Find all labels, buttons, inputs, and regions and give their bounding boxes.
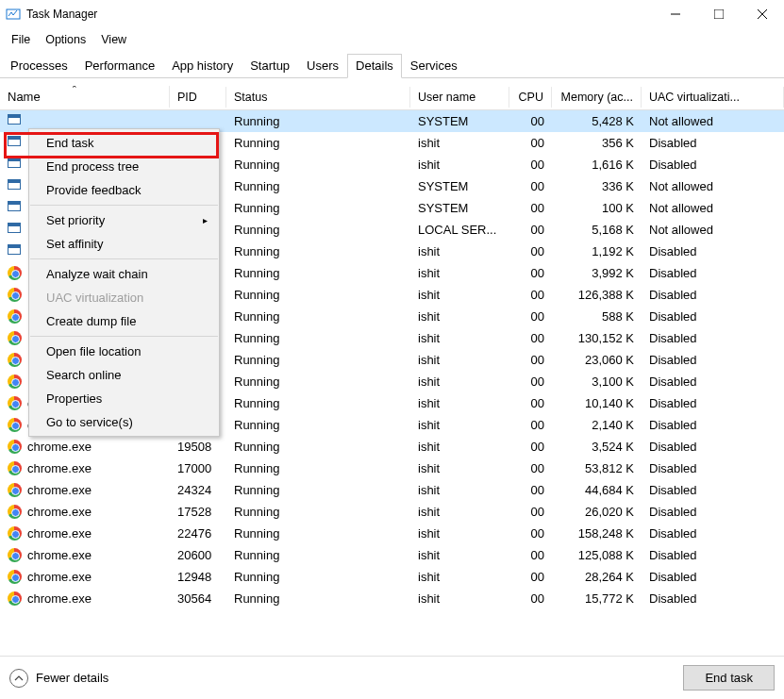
- ctx-end-task[interactable]: End task: [29, 131, 219, 155]
- column-uac[interactable]: UAC virtualizati...: [642, 87, 784, 108]
- cell-uac: Not allowed: [642, 221, 784, 239]
- process-name: chrome.exe: [27, 483, 92, 497]
- cell-status: Running: [226, 177, 410, 195]
- ctx-analyze-wait-chain[interactable]: Analyze wait chain: [29, 262, 219, 286]
- cell-memory: 2,140 K: [552, 416, 642, 434]
- table-header: Name⌃ PID Status User name CPU Memory (a…: [0, 84, 784, 110]
- table-row[interactable]: chrome.exe20600Runningishit00125,088 KDi…: [0, 544, 784, 566]
- cell-status: Running: [226, 308, 410, 325]
- cell-user: ishit: [410, 524, 509, 542]
- tab-startup[interactable]: Startup: [242, 54, 298, 78]
- cell-status: Running: [226, 438, 410, 456]
- cell-name: chrome.exe: [0, 568, 170, 587]
- cell-status: Running: [226, 416, 410, 434]
- cell-user: ishit: [410, 546, 509, 564]
- ctx-create-dump-file[interactable]: Create dump file: [29, 309, 219, 333]
- chrome-icon: [8, 353, 22, 367]
- menu-options[interactable]: Options: [38, 30, 93, 49]
- cell-uac: Disabled: [642, 329, 784, 347]
- tab-services[interactable]: Services: [402, 54, 466, 78]
- cell-uac: Disabled: [642, 590, 784, 607]
- tab-processes[interactable]: Processes: [2, 54, 76, 78]
- cell-user: ishit: [410, 459, 509, 477]
- cell-name: chrome.exe: [0, 438, 170, 457]
- chevron-right-icon: ▸: [203, 215, 208, 225]
- ctx-properties[interactable]: Properties: [29, 387, 219, 410]
- fewer-details-button[interactable]: Fewer details: [9, 669, 108, 688]
- cell-cpu: 00: [509, 221, 552, 239]
- tab-app-history[interactable]: App history: [163, 54, 242, 78]
- cell-status: Running: [226, 351, 410, 369]
- table-row[interactable]: chrome.exe22476Runningishit00158,248 KDi…: [0, 523, 784, 544]
- cell-memory: 5,168 K: [552, 221, 642, 239]
- cell-uac: Not allowed: [642, 177, 784, 195]
- column-memory[interactable]: Memory (ac...: [552, 87, 642, 108]
- column-cpu[interactable]: CPU: [509, 87, 552, 108]
- context-menu: End task End process tree Provide feedba…: [28, 128, 220, 437]
- chrome-icon: [8, 526, 22, 541]
- cell-user: ishit: [410, 503, 509, 521]
- cell-memory: 3,992 K: [552, 264, 642, 282]
- application-icon: [8, 114, 21, 125]
- tab-users[interactable]: Users: [298, 54, 347, 78]
- column-pid[interactable]: PID: [170, 87, 226, 108]
- cell-pid: 17528: [170, 503, 226, 521]
- ctx-search-online[interactable]: Search online: [29, 363, 219, 387]
- table-row[interactable]: chrome.exe12948Runningishit0028,264 KDis…: [0, 566, 784, 588]
- cell-user: ishit: [410, 264, 509, 282]
- process-name: chrome.exe: [27, 570, 92, 584]
- menu-file[interactable]: File: [4, 30, 38, 49]
- cell-memory: 23,060 K: [552, 351, 642, 369]
- minimize-button[interactable]: [654, 0, 697, 28]
- cell-name: chrome.exe: [0, 524, 170, 543]
- ctx-open-file-location[interactable]: Open file location: [29, 340, 219, 363]
- cell-status: Running: [226, 503, 410, 521]
- cell-memory: 100 K: [552, 199, 642, 217]
- cell-cpu: 00: [509, 329, 552, 347]
- ctx-provide-feedback[interactable]: Provide feedback: [29, 178, 219, 202]
- ctx-set-affinity[interactable]: Set affinity: [29, 232, 219, 256]
- maximize-button[interactable]: [697, 0, 741, 28]
- tab-details[interactable]: Details: [347, 54, 402, 78]
- ctx-uac-virtualization: UAC virtualization: [29, 286, 219, 309]
- cell-pid: [170, 120, 226, 124]
- table-row[interactable]: chrome.exe17528Runningishit0026,020 KDis…: [0, 501, 784, 523]
- cell-user: ishit: [410, 134, 509, 152]
- cell-status: Running: [226, 134, 410, 152]
- cell-user: ishit: [410, 329, 509, 347]
- cell-uac: Disabled: [642, 373, 784, 391]
- cell-pid: 30564: [170, 590, 226, 607]
- cell-cpu: 00: [509, 568, 552, 586]
- process-name: chrome.exe: [27, 548, 92, 562]
- close-button[interactable]: [741, 0, 784, 28]
- cell-memory: 1,192 K: [552, 242, 642, 260]
- table-row[interactable]: chrome.exe17000Runningishit0053,812 KDis…: [0, 458, 784, 479]
- cell-user: ishit: [410, 438, 509, 456]
- cell-pid: 20600: [170, 546, 226, 564]
- table-row[interactable]: chrome.exe30564Runningishit0015,772 KDis…: [0, 588, 784, 609]
- cell-status: Running: [226, 286, 410, 304]
- cell-status: Running: [226, 156, 410, 174]
- column-user[interactable]: User name: [410, 87, 509, 108]
- table-row[interactable]: chrome.exe19508Runningishit003,524 KDisa…: [0, 436, 784, 458]
- menu-bar: File Options View: [0, 28, 784, 51]
- ctx-set-priority[interactable]: Set priority▸: [29, 208, 219, 232]
- tab-performance[interactable]: Performance: [76, 54, 163, 78]
- column-name[interactable]: Name⌃: [0, 86, 170, 108]
- menu-view[interactable]: View: [93, 30, 134, 49]
- cell-user: ishit: [410, 416, 509, 434]
- application-icon: [8, 223, 21, 233]
- cell-memory: 44,684 K: [552, 481, 642, 499]
- cell-status: Running: [226, 112, 410, 130]
- end-task-button[interactable]: End task: [683, 665, 775, 691]
- ctx-go-to-services[interactable]: Go to service(s): [29, 410, 219, 434]
- column-status[interactable]: Status: [226, 87, 410, 108]
- application-icon: [8, 179, 21, 190]
- cell-user: ishit: [410, 156, 509, 174]
- footer: Fewer details End task: [0, 656, 784, 699]
- cell-uac: Disabled: [642, 481, 784, 499]
- cell-memory: 1,616 K: [552, 156, 642, 174]
- ctx-end-process-tree[interactable]: End process tree: [29, 155, 219, 178]
- cell-pid: 22476: [170, 524, 226, 542]
- table-row[interactable]: chrome.exe24324Runningishit0044,684 KDis…: [0, 479, 784, 501]
